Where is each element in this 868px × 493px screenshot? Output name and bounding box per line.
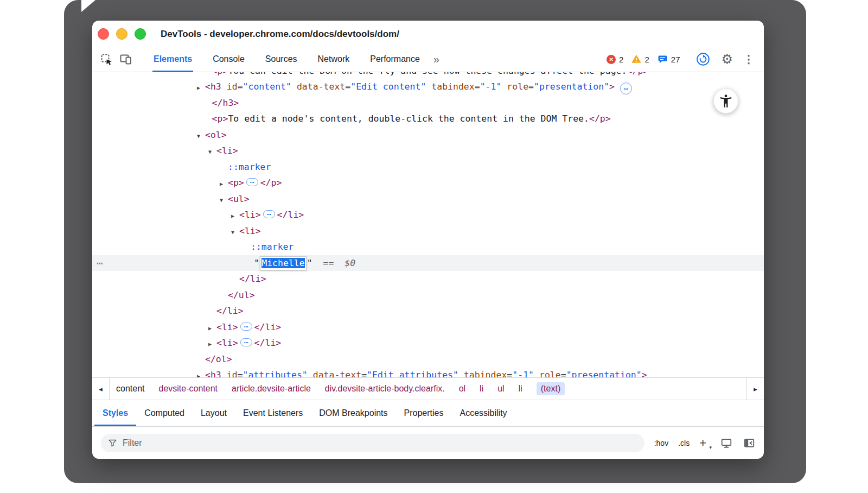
expand-arrow-icon[interactable]: ▶: [208, 336, 216, 352]
dom-tree-line[interactable]: ▶<h3 id="content" data-text="Edit conten…: [92, 79, 764, 95]
devtools-window: DevTools - developer.chrome.com/docs/dev…: [92, 21, 764, 459]
inline-expand-icon[interactable]: ⋯: [263, 210, 275, 218]
devtools-toolbar: ElementsConsoleSourcesNetworkPerformance…: [92, 47, 764, 72]
rendering-emulations-icon[interactable]: [720, 437, 732, 449]
breadcrumb-bar: ◂ contentdevsite-contentarticle.devsite-…: [92, 377, 764, 400]
dom-tree-line[interactable]: </ol>: [92, 351, 764, 368]
issues-counter[interactable]: 27: [658, 54, 680, 65]
dom-tree-line[interactable]: ▶<h3 id="attributes" data-text="Edit att…: [92, 367, 764, 377]
collapse-arrow-icon[interactable]: ▼: [231, 224, 239, 241]
dom-tree-line[interactable]: </li>: [92, 303, 764, 319]
filter-bar-icons: [720, 437, 755, 449]
breadcrumb-item-li[interactable]: li: [519, 384, 522, 394]
device-toolbar-icon[interactable]: [116, 49, 136, 69]
close-window-button[interactable]: [98, 28, 109, 40]
styles-tab-properties[interactable]: Properties: [396, 400, 452, 426]
issues-count: 27: [671, 55, 680, 64]
breadcrumb-item-li[interactable]: li: [480, 384, 483, 394]
dom-tree-line[interactable]: ::marker: [92, 159, 764, 175]
collapse-arrow-icon[interactable]: ▼: [220, 192, 228, 208]
tab-performance[interactable]: Performance: [369, 47, 421, 72]
expand-arrow-icon[interactable]: ▶: [231, 208, 239, 224]
styles-tab-computed[interactable]: Computed: [136, 400, 193, 426]
expand-arrow-icon[interactable]: ▶: [220, 176, 228, 192]
dom-tree-line[interactable]: ▼<li>: [92, 143, 764, 159]
inspect-element-icon[interactable]: [97, 49, 116, 69]
styles-filter-bar: :hov .cls +: [92, 427, 764, 459]
styles-tab-styles[interactable]: Styles: [94, 400, 136, 426]
warning-count: 2: [644, 55, 649, 64]
settings-gear-icon[interactable]: ⚙: [721, 53, 733, 66]
dom-tree-line[interactable]: </h3>: [92, 95, 764, 111]
issues-message-icon: [658, 54, 668, 65]
breadcrumb-item-ol[interactable]: ol: [459, 384, 465, 394]
tab-sources[interactable]: Sources: [264, 47, 298, 72]
breadcrumb-item-div-devsite-article-body-clearfix[interactable]: div.devsite-article-body.clearfix.: [325, 384, 445, 394]
warning-counter[interactable]: 2: [631, 54, 649, 64]
styles-tab-layout[interactable]: Layout: [193, 400, 235, 426]
collapse-arrow-icon[interactable]: ▼: [197, 128, 205, 144]
tab-network[interactable]: Network: [317, 47, 351, 72]
filter-input[interactable]: [123, 438, 637, 448]
window-title: DevTools - developer.chrome.com/docs/dev…: [161, 21, 399, 48]
dom-tree: <p>You can edit the DOM on the fly and s…: [92, 72, 764, 377]
breadcrumb-item-devsite-content[interactable]: devsite-content: [158, 384, 218, 394]
breadcrumb-item-ul[interactable]: ul: [497, 384, 504, 394]
zoom-window-button[interactable]: [135, 28, 146, 40]
row-more-icon[interactable]: ⋯: [97, 255, 103, 271]
warning-icon: [631, 54, 641, 64]
node-text-editor[interactable]: Michelle: [260, 256, 306, 270]
styles-tab-event-listeners[interactable]: Event Listeners: [235, 400, 311, 426]
kebab-menu-icon[interactable]: ⋮: [741, 53, 756, 66]
tab-elements[interactable]: Elements: [152, 47, 193, 72]
filter-funnel-icon: [108, 438, 117, 447]
dom-tree-line[interactable]: ::marker: [92, 239, 764, 255]
element-classes-button[interactable]: .cls: [678, 439, 690, 447]
dom-tree-line[interactable]: ▼<ul>: [92, 191, 764, 207]
tab-console[interactable]: Console: [212, 47, 246, 72]
dom-tree-line[interactable]: ▶<li>⋯</li>: [92, 207, 764, 223]
breadcrumb-item-text[interactable]: (text): [537, 382, 565, 395]
new-style-rule-button[interactable]: +: [699, 437, 711, 449]
inline-expand-icon[interactable]: ⋯: [246, 178, 258, 186]
minimize-window-button[interactable]: [116, 28, 127, 40]
dom-tree-line[interactable]: </li>: [92, 271, 764, 287]
toggle-element-state-button[interactable]: :hov: [654, 439, 668, 447]
show-more-icon[interactable]: ⋯: [620, 83, 632, 94]
sync-refresh-icon[interactable]: [693, 49, 713, 69]
error-counter[interactable]: ✕ 2: [607, 55, 623, 64]
dom-tree-line[interactable]: ▼<ol>: [92, 127, 764, 143]
dom-tree-line[interactable]: ▶<li>⋯</li>: [92, 335, 764, 351]
dom-tree-line[interactable]: <p>You can edit the DOM on the fly and s…: [92, 72, 764, 79]
breadcrumbs: contentdevsite-contentarticle.devsite-ar…: [110, 378, 746, 400]
styles-tab-accessibility[interactable]: Accessibility: [451, 400, 515, 426]
dom-tree-line[interactable]: </ul>: [92, 287, 764, 304]
title-bar: DevTools - developer.chrome.com/docs/dev…: [92, 21, 764, 47]
expand-arrow-icon[interactable]: ▶: [197, 80, 205, 96]
breadcrumb-scroll-right-icon[interactable]: ▸: [746, 378, 764, 400]
breadcrumb-scroll-left-icon[interactable]: ◂: [92, 378, 110, 400]
toolbar-right-group: ✕ 2 2 27: [607, 49, 756, 69]
expand-arrow-icon[interactable]: ▶: [208, 320, 216, 337]
dom-tree-line[interactable]: ▼<li>: [92, 223, 764, 239]
styles-tab-dom-breakpoints[interactable]: DOM Breakpoints: [311, 400, 395, 426]
collapse-arrow-icon[interactable]: ▼: [208, 144, 216, 160]
panel-tabs: ElementsConsoleSourcesNetworkPerformance: [143, 47, 430, 72]
corner-notch: [81, 0, 95, 12]
breadcrumb-item-content[interactable]: content: [116, 384, 144, 394]
dom-tree-line[interactable]: ▶<p>⋯</p>: [92, 175, 764, 191]
dom-tree-line[interactable]: <p>To edit a node's content, double-clic…: [92, 111, 764, 127]
dom-tree-line[interactable]: ▶<li>⋯</li>: [92, 319, 764, 336]
styles-pane-tabs: StylesComputedLayoutEvent ListenersDOM B…: [92, 400, 764, 427]
selected-text: Michelle: [261, 258, 304, 268]
inline-expand-icon[interactable]: ⋯: [240, 323, 252, 331]
dom-tree-line[interactable]: ⋯"Michelle" == $0: [92, 255, 764, 271]
breadcrumb-item-article-devsite-article[interactable]: article.devsite-article: [232, 384, 311, 394]
expand-arrow-icon[interactable]: ▶: [197, 368, 205, 377]
filter-field[interactable]: [101, 434, 644, 452]
error-count: 2: [619, 55, 623, 64]
toggle-sidebar-icon[interactable]: [743, 437, 755, 449]
more-panels-button[interactable]: »: [433, 53, 439, 66]
inline-expand-icon[interactable]: ⋯: [240, 338, 252, 346]
error-icon: ✕: [607, 55, 616, 64]
